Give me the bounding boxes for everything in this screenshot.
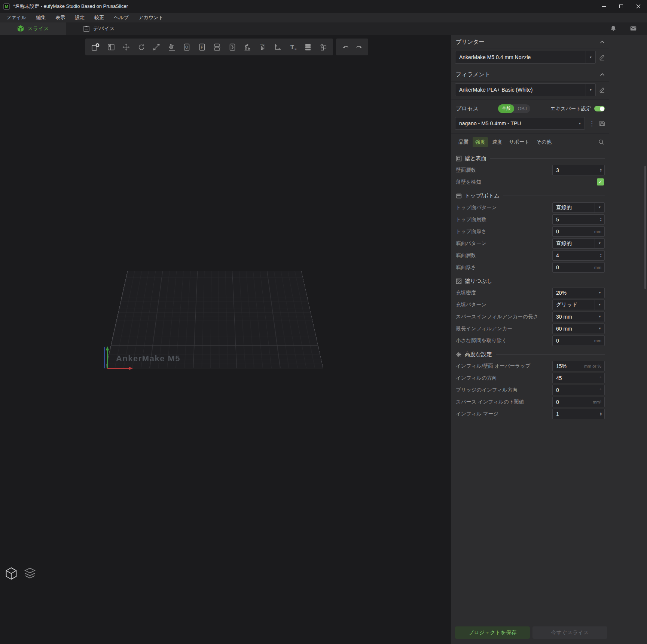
dropdown-arrow-icon[interactable]: ▼: [595, 203, 604, 212]
minimize-button[interactable]: [595, 0, 613, 13]
window-title: *名称未設定 - eufyMake Studio Based on PrusaS…: [13, 3, 128, 10]
content-area: O P: [0, 35, 647, 644]
menu-help[interactable]: ヘルプ: [109, 13, 134, 22]
search-icon[interactable]: [598, 139, 605, 145]
viewport-3d[interactable]: O P: [0, 35, 451, 644]
add-model-icon[interactable]: [91, 43, 100, 52]
expert-settings-label: エキスパート設定: [550, 105, 591, 112]
rotate-icon[interactable]: [137, 43, 146, 51]
tab-support[interactable]: サポート: [506, 137, 532, 147]
printer-select[interactable]: AnkerMake M5 0.4 mm Nozzle ▼: [455, 51, 596, 64]
undo-icon[interactable]: [341, 43, 350, 51]
dropdown-arrow-icon[interactable]: ▼: [595, 300, 604, 310]
solid-view-icon[interactable]: [4, 567, 18, 581]
bottom-layers-spinner[interactable]: 4 ▲▼: [552, 250, 605, 261]
scope-general-segment[interactable]: 全般: [498, 104, 514, 113]
menu-view[interactable]: 表示: [51, 13, 70, 22]
top-pattern-select[interactable]: 直線的 ▼: [552, 202, 605, 213]
support-paint-icon[interactable]: [243, 43, 251, 51]
place-on-face-icon[interactable]: [168, 43, 176, 51]
close-button[interactable]: [630, 0, 647, 13]
spinner-arrows[interactable]: ▲▼: [600, 412, 604, 416]
expert-settings-toggle[interactable]: [594, 106, 605, 111]
top-thickness-input[interactable]: 0 mm: [552, 226, 605, 237]
infill-pattern-select[interactable]: グリッド ▼: [552, 300, 605, 310]
svg-text:T: T: [290, 44, 294, 50]
setting-label: 充填パターン: [456, 301, 552, 308]
tab-quality[interactable]: 品質: [456, 137, 471, 147]
edit-printer-icon[interactable]: [599, 54, 605, 61]
infill-merge-spinner[interactable]: 1 ▲▼: [552, 409, 605, 419]
move-icon[interactable]: [122, 43, 130, 51]
app-window: M *名称未設定 - eufyMake Studio Based on Prus…: [0, 0, 647, 644]
sparse-anchor-combo[interactable]: 30 mm ▼: [552, 312, 605, 322]
bottom-pattern-select[interactable]: 直線的 ▼: [552, 238, 605, 249]
infill-direction-input[interactable]: 45 °: [552, 373, 605, 383]
dropdown-arrow-icon[interactable]: ▼: [598, 327, 604, 330]
cut-o-icon[interactable]: O: [183, 43, 191, 51]
setting-label: スパース インフィルの下閾値: [456, 399, 552, 405]
menu-account[interactable]: アカウント: [134, 13, 168, 22]
scale-icon[interactable]: [152, 43, 161, 51]
collapse-chevron-icon[interactable]: [600, 40, 605, 44]
bottom-thickness-input[interactable]: 0 mm: [552, 262, 605, 273]
remove-small-gaps-input[interactable]: 0 mm: [552, 335, 605, 346]
svg-text:P: P: [201, 45, 203, 49]
top-layers-spinner[interactable]: 5 ▲▼: [552, 214, 605, 225]
spinner-arrows[interactable]: ▲▼: [600, 168, 604, 172]
menu-settings[interactable]: 設定: [70, 13, 89, 22]
preset-menu-kebab-icon[interactable]: ⋮: [588, 120, 596, 128]
dropdown-arrow-icon[interactable]: ▼: [598, 291, 604, 294]
dropdown-arrow-icon[interactable]: ▼: [575, 117, 585, 129]
wall-layers-spinner[interactable]: 3 ▲▼: [552, 165, 605, 175]
process-preset-select[interactable]: nagano - M5 0.4mm - TPU ▼: [455, 117, 585, 130]
tab-speed[interactable]: 速度: [489, 137, 505, 147]
layer-list-icon[interactable]: [304, 43, 312, 51]
group-objects-icon[interactable]: [319, 43, 327, 51]
menu-file[interactable]: ファイル: [1, 13, 31, 22]
tab-others[interactable]: その他: [534, 137, 554, 147]
save-preset-icon[interactable]: [599, 120, 605, 127]
menu-edit[interactable]: 編集: [31, 13, 51, 22]
layer-preview-icon[interactable]: [23, 567, 37, 580]
infill-wall-overlap-input[interactable]: 15% mm or %: [552, 361, 605, 371]
tab-strength[interactable]: 強度: [473, 137, 488, 147]
max-anchor-combo[interactable]: 60 mm ▼: [552, 323, 605, 334]
sidebar-scrollbar[interactable]: [644, 166, 646, 289]
edit-filament-icon[interactable]: [599, 86, 605, 93]
setting-row-infill-wall-overlap: インフィル/壁面 オーバーラップ 15% mm or %: [456, 361, 605, 371]
spinner-arrows[interactable]: ▲▼: [600, 253, 604, 258]
sparse-threshold-input[interactable]: 0 mm²: [552, 397, 605, 407]
bridge-direction-input[interactable]: 0 °: [552, 385, 605, 395]
thin-wall-checkbox[interactable]: ✓: [597, 178, 604, 185]
auto-support-icon[interactable]: AUTO: [259, 43, 267, 51]
cut-p-icon[interactable]: P: [198, 43, 206, 51]
save-project-button[interactable]: プロジェクトを保存: [455, 626, 530, 639]
tab-device[interactable]: デバイス: [66, 22, 132, 35]
maximize-button[interactable]: [613, 0, 630, 13]
infill-density-combo[interactable]: 20% ▼: [552, 288, 605, 298]
filament-select[interactable]: AnkerMake PLA+ Basic (White) ▼: [455, 83, 596, 96]
text-tool-icon[interactable]: T a: [289, 43, 297, 51]
spinner-arrows[interactable]: ▲▼: [600, 217, 604, 222]
dropdown-arrow-icon[interactable]: ▼: [595, 239, 604, 248]
main-tab-bar: スライス デバイス: [0, 22, 647, 35]
menu-calibration[interactable]: 較正: [89, 13, 109, 22]
dropdown-arrow-icon[interactable]: ▼: [586, 84, 595, 96]
setting-row-remove-small-gaps: 小さな隙間を取り除く 0 mm: [456, 335, 605, 346]
setting-label: 底面層数: [456, 252, 552, 259]
notifications-bell-icon[interactable]: [610, 25, 617, 34]
collapse-chevron-icon[interactable]: [600, 73, 605, 76]
redo-icon[interactable]: [354, 43, 363, 51]
tab-slice[interactable]: スライス: [0, 22, 66, 35]
seam-icon[interactable]: [228, 43, 236, 51]
measure-icon[interactable]: [274, 43, 282, 51]
arrange-icon[interactable]: [107, 43, 115, 51]
split-layers-icon[interactable]: [213, 43, 221, 51]
scope-obj-segment[interactable]: OBJ: [514, 106, 530, 111]
mail-icon[interactable]: [629, 25, 637, 34]
divider: [496, 281, 605, 281]
slice-now-button[interactable]: 今すぐスライス: [532, 626, 607, 639]
dropdown-arrow-icon[interactable]: ▼: [598, 315, 604, 318]
dropdown-arrow-icon[interactable]: ▼: [586, 51, 595, 63]
